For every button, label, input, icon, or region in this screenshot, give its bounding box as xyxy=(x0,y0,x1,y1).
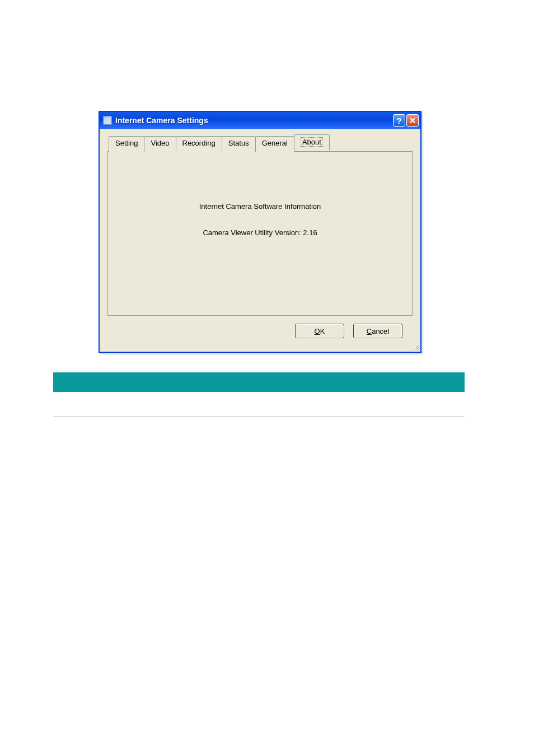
about-content: Internet Camera Software Information Cam… xyxy=(108,152,412,237)
settings-window: Internet Camera Settings ? Setting Video… xyxy=(99,111,421,353)
tab-about[interactable]: About xyxy=(294,134,330,151)
svg-line-7 xyxy=(418,349,419,350)
close-icon xyxy=(409,117,416,124)
tab-recording[interactable]: Recording xyxy=(176,136,222,152)
app-icon xyxy=(103,116,112,125)
dialog-button-row: OK Cancel xyxy=(107,316,413,338)
window-body: Setting Video Recording Status General A… xyxy=(100,129,420,352)
teal-strip xyxy=(53,372,465,392)
tab-general[interactable]: General xyxy=(255,136,294,152)
software-info-label: Internet Camera Software Information xyxy=(108,202,412,211)
close-button[interactable] xyxy=(406,114,419,127)
divider-line xyxy=(53,417,465,417)
tab-panel-about: Internet Camera Software Information Cam… xyxy=(107,151,413,316)
titlebar[interactable]: Internet Camera Settings ? xyxy=(100,112,420,129)
help-button[interactable]: ? xyxy=(393,114,405,127)
resize-grip[interactable] xyxy=(411,343,419,351)
ok-button[interactable]: OK xyxy=(295,324,344,338)
tab-setting[interactable]: Setting xyxy=(109,136,144,152)
cancel-button[interactable]: Cancel xyxy=(353,324,402,338)
resize-grip-icon xyxy=(411,343,419,351)
tabs-row: Setting Video Recording Status General A… xyxy=(109,136,413,152)
tab-video[interactable]: Video xyxy=(144,136,176,152)
tab-status[interactable]: Status xyxy=(222,136,256,152)
version-label: Camera Viewer Utility Version: 2.16 xyxy=(108,228,412,237)
window-title: Internet Camera Settings xyxy=(115,116,393,125)
title-buttons: ? xyxy=(393,114,419,127)
